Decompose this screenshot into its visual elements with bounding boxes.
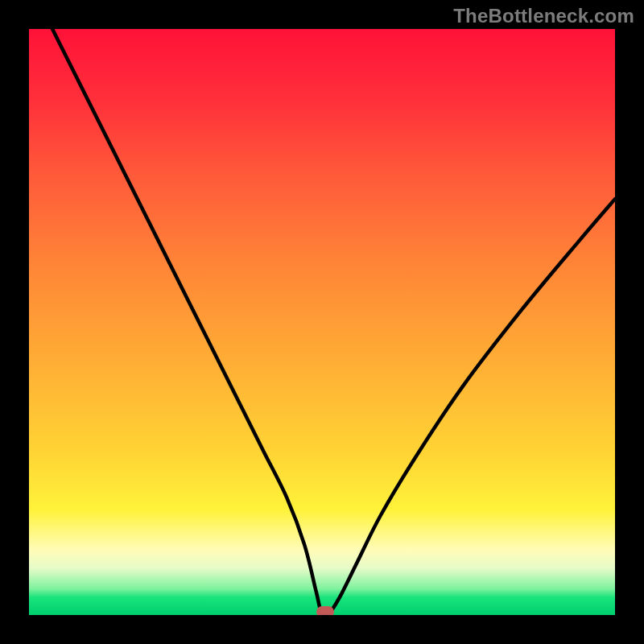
chart-frame: TheBottleneck.com — [0, 0, 644, 644]
watermark-text: TheBottleneck.com — [453, 5, 634, 27]
minimum-marker — [316, 606, 334, 615]
plot-area — [29, 29, 615, 615]
bottleneck-curve — [29, 29, 615, 615]
